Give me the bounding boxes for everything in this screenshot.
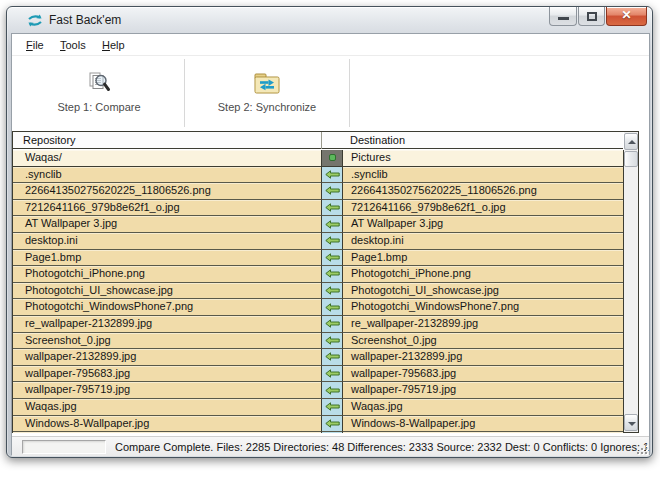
- vertical-scrollbar[interactable]: [624, 132, 638, 432]
- table-row[interactable]: re_wallpaper-2132899.jpg re_wallpaper-21…: [13, 316, 623, 333]
- repository-filename: re_wallpaper-2132899.jpg: [13, 316, 321, 332]
- destination-filename: desktop.ini: [343, 233, 623, 249]
- destination-folder-name: Pictures: [343, 150, 623, 166]
- scroll-down-button[interactable]: [624, 414, 638, 431]
- destination-cell: Photogotchi_WindowsPhone7.png: [343, 299, 623, 316]
- sync-direction-cell[interactable]: [321, 333, 343, 350]
- minimize-button[interactable]: [549, 7, 577, 26]
- arrow-left-icon: [325, 236, 340, 245]
- repository-filename: Screenshot_0.jpg: [13, 333, 321, 349]
- table-row[interactable]: [13, 432, 623, 433]
- menu-file[interactable]: File: [20, 34, 50, 56]
- table-row[interactable]: desktop.ini desktop.ini: [13, 233, 623, 250]
- table-row[interactable]: Page1.bmp Page1.bmp: [13, 250, 623, 267]
- sync-direction-cell[interactable]: [321, 216, 343, 233]
- repository-filename: Photogotchi_iPhone.png: [13, 266, 321, 282]
- repository-filename: wallpaper-795683.jpg: [13, 366, 321, 382]
- table-row[interactable]: Screenshot_0.jpg Screenshot_0.jpg: [13, 333, 623, 350]
- column-header-repository[interactable]: Repository: [23, 132, 76, 149]
- sync-direction-cell[interactable]: [321, 416, 343, 433]
- destination-filename: 226641350275620225_11806526.png: [343, 183, 623, 199]
- table-row[interactable]: wallpaper-2132899.jpg wallpaper-2132899.…: [13, 349, 623, 366]
- folder-status-cell[interactable]: [321, 150, 343, 167]
- repository-cell: Windows-8-Wallpaper.jpg: [13, 416, 321, 433]
- table-row[interactable]: Photogotchi_UI_showcase.jpg Photogotchi_…: [13, 283, 623, 300]
- repository-cell: Page1.bmp: [13, 250, 321, 267]
- destination-cell: wallpaper-795683.jpg: [343, 366, 623, 383]
- close-button[interactable]: ✕: [606, 7, 647, 26]
- scroll-up-button[interactable]: [624, 133, 638, 150]
- repository-cell: desktop.ini: [13, 233, 321, 250]
- destination-filename: .synclib: [343, 167, 623, 183]
- progress-bar: [22, 440, 106, 454]
- table-row[interactable]: wallpaper-795683.jpg wallpaper-795683.jp…: [13, 366, 623, 383]
- column-header-destination[interactable]: Destination: [350, 132, 405, 149]
- scrollbar-thumb[interactable]: [624, 151, 638, 167]
- table-row[interactable]: .synclib .synclib: [13, 167, 623, 184]
- sync-direction-cell[interactable]: [321, 266, 343, 283]
- table-row[interactable]: 226641350275620225_11806526.png 22664135…: [13, 183, 623, 200]
- arrow-left-icon: [325, 203, 340, 212]
- table-row[interactable]: Windows-8-Wallpaper.jpg Windows-8-Wallpa…: [13, 416, 623, 433]
- table-row[interactable]: Photogotchi_iPhone.png Photogotchi_iPhon…: [13, 266, 623, 283]
- sync-direction-cell[interactable]: [321, 432, 343, 433]
- sync-direction-cell[interactable]: [321, 283, 343, 300]
- sync-direction-cell[interactable]: [321, 382, 343, 399]
- destination-filename: Photogotchi_UI_showcase.jpg: [343, 283, 623, 299]
- table-row[interactable]: AT Wallpaper 3.jpg AT Wallpaper 3.jpg: [13, 216, 623, 233]
- sync-direction-cell[interactable]: [321, 366, 343, 383]
- header-divider[interactable]: [321, 132, 322, 149]
- folder-row[interactable]: Waqas/ Pictures: [13, 150, 623, 167]
- repository-filename: .synclib: [13, 167, 321, 183]
- repository-folder-name: Waqas/: [13, 150, 321, 166]
- compare-button-label: Step 1: Compare: [16, 101, 182, 113]
- menu-tools[interactable]: Tools: [54, 34, 92, 56]
- equal-square-icon: [329, 154, 336, 161]
- destination-filename: AT Wallpaper 3.jpg: [343, 216, 623, 232]
- arrow-left-icon: [325, 186, 340, 195]
- maximize-button[interactable]: [578, 7, 605, 26]
- destination-cell: Page1.bmp: [343, 250, 623, 267]
- sync-direction-cell[interactable]: [321, 167, 343, 184]
- sync-direction-cell[interactable]: [321, 399, 343, 416]
- destination-filename: Waqas.jpg: [343, 399, 623, 415]
- sync-direction-cell[interactable]: [321, 299, 343, 316]
- table-row[interactable]: wallpaper-795719.jpg wallpaper-795719.jp…: [13, 382, 623, 399]
- arrow-down-icon: [628, 422, 636, 426]
- repository-cell: 226641350275620225_11806526.png: [13, 183, 321, 200]
- repository-filename: Photogotchi_WindowsPhone7.png: [13, 299, 321, 315]
- arrow-left-icon: [325, 220, 340, 229]
- repository-cell: Photogotchi_iPhone.png: [13, 266, 321, 283]
- sync-direction-cell[interactable]: [321, 200, 343, 217]
- repository-cell: Photogotchi_UI_showcase.jpg: [13, 283, 321, 300]
- repository-filename: desktop.ini: [13, 233, 321, 249]
- arrow-left-icon: [325, 286, 340, 295]
- sync-direction-cell[interactable]: [321, 349, 343, 366]
- sync-direction-cell[interactable]: [321, 183, 343, 200]
- synchronize-button[interactable]: Step 2: Synchronize: [187, 59, 347, 125]
- title-bar[interactable]: Fast Back'em ✕: [7, 7, 652, 33]
- table-row[interactable]: Photogotchi_WindowsPhone7.png Photogotch…: [13, 299, 623, 316]
- destination-cell: Windows-8-Wallpaper.jpg: [343, 416, 623, 433]
- repository-filename: wallpaper-2132899.jpg: [13, 349, 321, 365]
- sync-direction-cell[interactable]: [321, 316, 343, 333]
- repository-cell: Waqas/: [13, 150, 321, 167]
- arrow-left-icon: [325, 419, 340, 428]
- arrow-up-icon: [628, 140, 636, 144]
- repository-cell: wallpaper-795683.jpg: [13, 366, 321, 383]
- table-row[interactable]: 7212641166_979b8e62f1_o.jpg 7212641166_9…: [13, 200, 623, 217]
- menu-help[interactable]: Help: [96, 34, 131, 56]
- sync-direction-cell[interactable]: [321, 250, 343, 267]
- status-bar: Compare Complete. Files: 2285 Directorie…: [12, 436, 649, 456]
- repository-cell: wallpaper-2132899.jpg: [13, 349, 321, 366]
- destination-filename: wallpaper-795719.jpg: [343, 382, 623, 398]
- destination-filename: Photogotchi_iPhone.png: [343, 266, 623, 282]
- destination-filename: Photogotchi_WindowsPhone7.png: [343, 299, 623, 315]
- sync-direction-cell[interactable]: [321, 233, 343, 250]
- table-row[interactable]: Waqas.jpg Waqas.jpg: [13, 399, 623, 416]
- compare-button[interactable]: Step 1: Compare: [16, 59, 182, 125]
- list-header: Repository Destination: [13, 132, 623, 149]
- resize-grip-icon[interactable]: [634, 441, 647, 454]
- repository-cell: .synclib: [13, 167, 321, 184]
- maximize-icon: [587, 12, 597, 21]
